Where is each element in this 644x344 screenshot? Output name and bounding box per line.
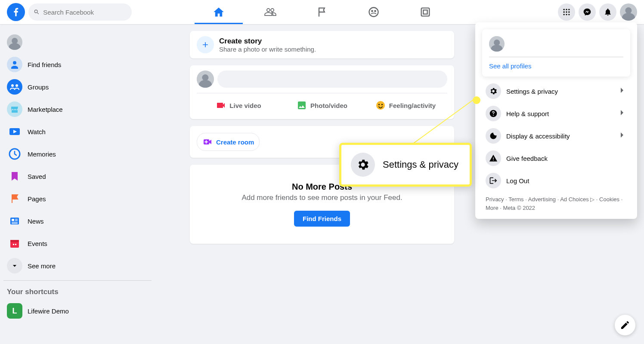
svg-point-11 [564, 14, 565, 15]
avatar-icon [620, 3, 637, 21]
svg-point-33 [381, 104, 383, 105]
svg-point-5 [564, 9, 565, 10]
sidebar-see-more[interactable]: See more [3, 255, 152, 277]
composer-input[interactable] [217, 71, 447, 88]
nav-tab-friends[interactable] [246, 0, 294, 24]
grid-icon [562, 8, 571, 16]
marketplace-icon [7, 101, 22, 117]
sidebar-pages[interactable]: Pages [3, 187, 152, 210]
facebook-logo[interactable] [7, 3, 25, 21]
chevron-right-icon [616, 85, 627, 97]
edit-fab[interactable] [615, 315, 635, 335]
svg-rect-4 [423, 10, 427, 14]
svg-rect-28 [10, 240, 19, 242]
menu-display-accessibility[interactable]: Display & accessibility [482, 125, 630, 147]
avatar-icon [7, 34, 22, 50]
svg-point-8 [564, 11, 565, 12]
gear-icon [351, 153, 375, 177]
nav-tab-pages[interactable] [298, 0, 346, 24]
sidebar-events[interactable]: Events [3, 232, 152, 255]
create-room-button[interactable]: Create room [197, 133, 260, 151]
find-friends-icon [7, 57, 22, 72]
menu-label: Display & accessibility [506, 132, 611, 140]
flag-icon [316, 6, 328, 18]
sidebar-find-friends[interactable]: Find friends [3, 53, 152, 76]
left-sidebar: Find friends Groups Marketplace Watch Me… [0, 24, 155, 344]
profile-avatar [489, 36, 505, 52]
search-input[interactable] [43, 9, 127, 16]
composer-avatar[interactable] [197, 71, 214, 88]
groups-icon [368, 6, 380, 18]
sidebar-label: Events [28, 240, 47, 247]
create-story-card[interactable]: Create story Share a photo or write some… [190, 31, 454, 58]
menu-help-support[interactable]: Help & support [482, 102, 630, 125]
create-story-subtitle: Share a photo or write something. [219, 46, 316, 53]
svg-point-16 [11, 84, 14, 87]
menu-label: Give feedback [506, 155, 627, 162]
photo-video-action[interactable]: Photo/video [280, 97, 364, 114]
menu-settings-privacy[interactable]: Settings & privacy [482, 80, 630, 102]
events-icon [7, 236, 22, 251]
topnav-center [155, 0, 489, 24]
sidebar-marketplace[interactable]: Marketplace [3, 98, 152, 120]
live-video-action[interactable]: Live video [197, 97, 280, 114]
account-menu: See all profiles Settings & privacy Help… [475, 22, 637, 219]
find-friends-button[interactable]: Find Friends [294, 211, 350, 227]
action-label: Photo/video [310, 102, 347, 109]
shortcut-icon: L [7, 303, 22, 319]
account-button[interactable] [620, 3, 637, 21]
search-box[interactable] [28, 3, 132, 21]
sidebar-watch[interactable]: Watch [3, 120, 152, 143]
see-all-profiles[interactable]: See all profiles [484, 57, 629, 75]
groups-icon [7, 79, 22, 95]
sidebar-profile[interactable] [3, 31, 152, 53]
search-icon [34, 9, 40, 15]
sidebar-news[interactable]: News [3, 210, 152, 232]
menu-give-feedback[interactable]: Give feedback [482, 147, 630, 169]
chevron-right-icon [616, 108, 627, 120]
sidebar-memories[interactable]: Memories [3, 143, 152, 165]
logout-icon [486, 173, 501, 188]
sidebar-label: News [28, 218, 44, 225]
gaming-icon [419, 6, 431, 18]
callout-label: Settings & privacy [383, 159, 458, 170]
nav-tab-groups[interactable] [350, 0, 398, 24]
notifications-button[interactable] [599, 3, 616, 21]
gear-icon [486, 83, 501, 99]
svg-point-15 [7, 79, 22, 95]
chevron-right-icon [616, 130, 627, 142]
home-icon [213, 6, 225, 18]
help-icon [486, 106, 501, 121]
svg-point-13 [568, 14, 570, 15]
pencil-icon [620, 320, 630, 330]
svg-point-0 [369, 8, 378, 17]
nav-tab-gaming[interactable] [401, 0, 449, 24]
topnav-right [489, 3, 644, 21]
shortcut-item[interactable]: L Lifewire Demo [3, 300, 152, 322]
menu-log-out[interactable]: Log Out [482, 169, 630, 192]
profile-row[interactable] [484, 31, 629, 57]
moon-icon [486, 128, 501, 144]
video-icon [216, 100, 226, 111]
friends-icon [264, 6, 276, 18]
shortcuts-heading: Your shortcuts [3, 284, 152, 300]
svg-point-1 [371, 10, 373, 12]
plus-icon [197, 36, 214, 53]
sidebar-label: Find friends [28, 61, 61, 68]
sidebar-saved[interactable]: Saved [3, 165, 152, 187]
action-label: Live video [229, 102, 261, 109]
menu-button[interactable] [558, 3, 575, 21]
chevron-down-icon [7, 258, 22, 273]
pages-icon [7, 191, 22, 206]
svg-point-31 [376, 101, 385, 110]
sidebar-label: Groups [28, 83, 49, 91]
bell-icon [604, 8, 612, 16]
svg-point-10 [568, 11, 570, 12]
sidebar-groups[interactable]: Groups [3, 76, 152, 98]
saved-icon [7, 169, 22, 184]
svg-rect-29 [13, 244, 14, 245]
menu-label: Settings & privacy [506, 88, 611, 95]
messenger-button[interactable] [579, 3, 596, 21]
nav-tab-home[interactable] [195, 0, 243, 24]
footer-links[interactable]: Privacy · Terms · Advertising · Ad Choic… [479, 192, 634, 215]
